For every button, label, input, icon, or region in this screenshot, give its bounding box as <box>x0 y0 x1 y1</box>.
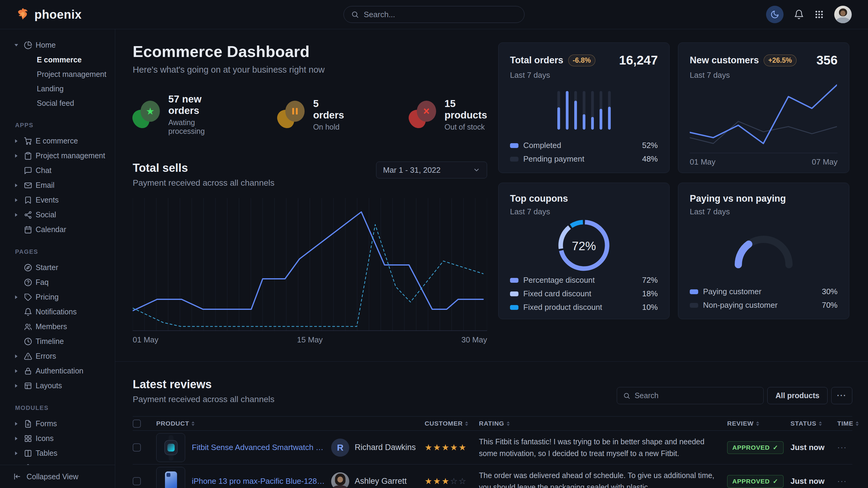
sidebar-item-events[interactable]: Events <box>0 193 115 207</box>
new-customers-x-start: 01 May <box>690 157 715 167</box>
column-header-product[interactable]: PRODUCT <box>156 420 418 427</box>
column-header-time[interactable]: TIME <box>837 420 852 427</box>
user-avatar[interactable] <box>834 6 852 23</box>
new-customers-x-end: 07 May <box>812 157 838 167</box>
legend-value: 48% <box>642 154 658 164</box>
reviews-table: PRODUCTCUSTOMERRATINGREVIEWSTATUSTIME Fi… <box>133 416 852 488</box>
column-header-label: REVIEW <box>727 420 754 427</box>
column-header-label: TIME <box>837 420 853 427</box>
all-products-filter-button[interactable]: All products <box>767 387 828 404</box>
legend-label: Completed <box>523 141 561 150</box>
column-header-label: CUSTOMER <box>425 420 463 427</box>
bookmark-icon <box>24 196 32 204</box>
sidebar-item-chat[interactable]: Chat <box>0 163 115 178</box>
global-search[interactable] <box>343 6 525 23</box>
total-orders-legend-item: Pending payment48% <box>510 154 658 164</box>
sidebar-item-icons[interactable]: Icons <box>0 431 115 446</box>
notifications-button[interactable] <box>794 9 804 20</box>
sidebar-item-e-commerce[interactable]: E commerce <box>0 133 115 148</box>
sidebar-item-faq[interactable]: Faq <box>0 275 115 290</box>
sidebar-item-calendar[interactable]: Calendar <box>0 222 115 237</box>
total-sells-chart-canvas <box>133 198 487 333</box>
legend-value: 52% <box>642 141 658 150</box>
row-menu-button[interactable]: ··· <box>837 477 852 486</box>
stat-caption: On hold <box>313 123 344 131</box>
date-range-select[interactable]: Mar 1 - 31, 2022 <box>376 162 487 178</box>
sidebar-item-authentication[interactable]: Authentication <box>0 363 115 378</box>
product-link[interactable]: Fitbit Sense Advanced Smartwatch with To… <box>192 443 325 452</box>
column-header-review[interactable]: REVIEW <box>727 420 784 427</box>
message-icon <box>24 166 32 175</box>
sidebar-item-components[interactable]: Components <box>0 461 115 465</box>
star-filled-icon: ★ <box>441 443 450 452</box>
total-sells-chart: 01 May15 May30 May <box>133 198 487 345</box>
product-link[interactable]: iPhone 13 pro max-Pacific Blue-128GB sto… <box>192 477 325 486</box>
sidebar-subitem-e-commerce[interactable]: E commerce <box>0 53 115 67</box>
star-filled-icon: ★ <box>459 443 467 452</box>
row-checkbox[interactable] <box>133 444 141 452</box>
sidebar-item-label: Notifications <box>36 307 76 316</box>
customer-avatar[interactable] <box>331 472 349 488</box>
latest-reviews-section: Latest reviews Payment received across a… <box>133 378 852 488</box>
reviews-more-button[interactable]: ··· <box>831 387 852 404</box>
row-checkbox[interactable] <box>133 477 141 485</box>
caret-right-icon <box>14 422 19 426</box>
sidebar-subitem-landing[interactable]: Landing <box>0 82 115 96</box>
brand-logo[interactable]: phoenix <box>16 7 82 22</box>
paying-vs-nonpaying-card: Paying vs non paying Last 7 days Paying … <box>678 183 849 319</box>
reviews-title: Latest reviews <box>133 378 275 391</box>
sidebar-item-members[interactable]: Members <box>0 319 115 334</box>
sidebar-item-home[interactable]: Home <box>0 38 115 53</box>
moon-icon <box>770 10 779 19</box>
sidebar-item-errors[interactable]: Errors <box>0 349 115 363</box>
sidebar-item-timeline[interactable]: Timeline <box>0 334 115 349</box>
star-empty-icon: ☆ <box>450 477 459 486</box>
column-header-status[interactable]: STATUS <box>790 420 831 427</box>
sidebar-item-email[interactable]: Email <box>0 178 115 193</box>
sidebar-subitem-social-feed[interactable]: Social feed <box>0 96 115 110</box>
sort-icon <box>856 421 859 426</box>
stat-out-of-stock: ×15 productsOut of stock <box>409 93 487 136</box>
legend-color-chip <box>510 291 519 296</box>
global-search-input[interactable] <box>364 10 517 19</box>
sidebar-item-pricing[interactable]: Pricing <box>0 290 115 304</box>
apps-menu-button[interactable] <box>814 10 824 19</box>
reviews-search-input[interactable] <box>634 391 757 400</box>
sidebar-subitem-project-management[interactable]: Project management <box>0 67 115 82</box>
total-orders-period: Last 7 days <box>510 70 658 80</box>
legend-value: 70% <box>822 300 838 310</box>
order-bar <box>608 91 611 130</box>
paying-gauge-chart <box>731 233 796 271</box>
rating-stars: ★★★☆☆ <box>425 476 473 486</box>
sidebar-item-label: E commerce <box>36 136 78 145</box>
customer-avatar[interactable]: R <box>331 438 349 457</box>
theme-toggle-button[interactable] <box>766 6 783 23</box>
mail-icon <box>24 181 32 190</box>
column-header-rating[interactable]: RATING <box>479 420 721 427</box>
stat-value: 15 products <box>444 98 487 121</box>
sidebar-item-label: Members <box>36 322 67 331</box>
stat-caption: Out of stock <box>444 123 487 131</box>
sidebar-item-forms[interactable]: Forms <box>0 416 115 431</box>
total-orders-delta-badge: -6.8% <box>568 55 595 66</box>
legend-color-chip <box>690 303 698 308</box>
sidebar-item-layouts[interactable]: Layouts <box>0 378 115 393</box>
sidebar-item-social[interactable]: Social <box>0 207 115 222</box>
reviews-search[interactable] <box>617 387 764 404</box>
sidebar-item-project-management[interactable]: Project management <box>0 148 115 163</box>
sidebar-item-tables[interactable]: Tables <box>0 446 115 461</box>
grid-icon <box>24 434 32 443</box>
row-menu-button[interactable]: ··· <box>837 443 852 452</box>
clock-icon <box>24 337 32 346</box>
sidebar-item-label: Social <box>36 210 56 219</box>
product-thumbnail[interactable] <box>156 467 185 488</box>
sidebar-item-starter[interactable]: Starter <box>0 260 115 275</box>
collapse-sidebar-button[interactable]: Collapsed View <box>0 465 115 488</box>
column-header-customer[interactable]: CUSTOMER <box>425 420 473 427</box>
sidebar-item-label: Project management <box>36 151 105 160</box>
sidebar-item-notifications[interactable]: Notifications <box>0 304 115 319</box>
caret-right-icon <box>14 184 19 187</box>
product-thumbnail[interactable] <box>156 433 185 462</box>
select-all-checkbox[interactable] <box>133 420 141 428</box>
customer-name: Richard Dawkins <box>355 443 416 452</box>
